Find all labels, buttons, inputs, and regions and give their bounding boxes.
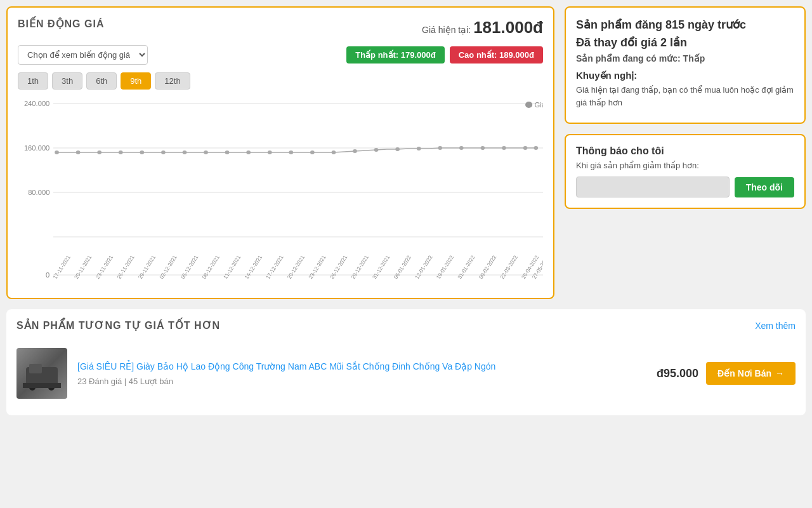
badge-high: Cao nhất: 189.000đ (450, 46, 543, 64)
svg-point-22 (289, 150, 293, 154)
bottom-header: SẢN PHẨM TƯƠNG TỰ GIÁ TỐT HƠN Xem thêm (16, 319, 796, 331)
svg-point-11 (55, 150, 59, 154)
period-btn-3th[interactable]: 3th (52, 72, 82, 90)
svg-point-17 (183, 150, 187, 154)
svg-point-20 (246, 150, 251, 154)
period-btn-9th[interactable]: 9th (121, 72, 151, 90)
svg-point-33 (523, 146, 528, 150)
price-level: Sản phẩm đang có mức: Thấp (576, 53, 794, 64)
svg-point-25 (353, 149, 357, 153)
right-panels: Sản phẩm đăng 815 ngày trước Đã thay đổi… (565, 6, 806, 299)
similar-products-title: SẢN PHẨM TƯƠNG TỰ GIÁ TỐT HƠN (16, 319, 220, 331)
recommend-title: Khuyến nghị: (576, 70, 794, 81)
notify-price-input[interactable] (576, 177, 730, 197)
product-age: Sản phẩm đăng 815 ngày trước (576, 18, 794, 32)
period-buttons: 1th 3th 6th 9th 12th (18, 72, 543, 90)
info-panel: Sản phẩm đăng 815 ngày trước Đã thay đổi… (565, 6, 806, 124)
svg-point-18 (204, 150, 208, 154)
svg-text:29-11-2021: 29-11-2021 (136, 254, 157, 279)
svg-point-24 (332, 150, 336, 154)
notify-input-row: Theo dõi (576, 177, 794, 197)
recommend-text: Giá hiện tại đang thấp, bạn có thể mua l… (576, 84, 794, 109)
price-badges: Thấp nhất: 179.000đ Cao nhất: 189.000đ (346, 46, 543, 64)
product-name[interactable]: [Giá SIÊU RẺ] Giày Bảo Hộ Lao Động Công … (77, 361, 646, 373)
chart-title: BIẾN ĐỘNG GIÁ (18, 18, 104, 30)
svg-point-32 (502, 146, 506, 150)
svg-text:31-01-2022: 31-01-2022 (456, 254, 476, 279)
svg-text:0: 0 (46, 272, 49, 279)
svg-text:17-11-2021: 17-11-2021 (51, 254, 72, 279)
svg-text:08-12-2021: 08-12-2021 (200, 254, 221, 279)
svg-point-30 (459, 146, 464, 150)
svg-text:12-01-2022: 12-01-2022 (414, 254, 434, 279)
svg-text:Giá: Giá (535, 102, 543, 109)
buy-label: Đến Nơi Bán (717, 368, 771, 378)
svg-point-9 (525, 102, 532, 108)
notify-subtitle: Khi giá sản phẩm giảm thấp hơn: (576, 161, 794, 170)
svg-text:240.000: 240.000 (24, 100, 50, 107)
similar-products-section: SẢN PHẨM TƯƠNG TỰ GIÁ TỐT HƠN Xem thêm [… (6, 309, 806, 415)
svg-point-34 (534, 146, 538, 150)
current-price-section: Giá hiện tại: 181.000đ (422, 18, 543, 37)
svg-text:160.000: 160.000 (24, 145, 50, 152)
svg-point-19 (225, 150, 230, 154)
price-chart: 240.000 160.000 80.000 0 Giá (18, 97, 543, 288)
svg-point-16 (161, 150, 166, 154)
period-btn-12th[interactable]: 12th (155, 72, 190, 90)
product-info: [Giá SIÊU RẺ] Giày Bảo Hộ Lao Động Công … (77, 361, 646, 387)
svg-text:09-02-2022: 09-02-2022 (477, 254, 497, 279)
svg-rect-63 (23, 383, 61, 388)
svg-text:23-12-2021: 23-12-2021 (307, 254, 327, 279)
svg-text:06-01-2022: 06-01-2022 (392, 254, 412, 279)
product-image (16, 348, 67, 399)
svg-text:02-12-2021: 02-12-2021 (158, 254, 178, 279)
svg-point-23 (310, 150, 315, 154)
svg-point-28 (417, 147, 421, 150)
svg-text:22-03-2022: 22-03-2022 (499, 254, 519, 279)
svg-text:29-12-2021: 29-12-2021 (350, 254, 370, 279)
chart-panel: BIẾN ĐỘNG GIÁ Giá hiện tại: 181.000đ Chọ… (6, 6, 554, 299)
product-price: đ95.000 (657, 367, 698, 380)
svg-point-27 (395, 147, 400, 151)
chart-controls: Chọn để xem biến động giá Thấp nhất: 179… (18, 45, 543, 65)
notify-panel: Thông báo cho tôi Khi giá sản phẩm giảm … (565, 134, 806, 209)
svg-point-21 (268, 150, 272, 154)
svg-text:26-11-2021: 26-11-2021 (115, 254, 136, 279)
svg-text:31-12-2021: 31-12-2021 (371, 254, 391, 279)
svg-point-26 (374, 148, 379, 152)
svg-point-13 (97, 150, 102, 154)
svg-point-29 (438, 146, 442, 150)
svg-text:26-12-2021: 26-12-2021 (328, 254, 348, 279)
svg-point-31 (481, 146, 485, 150)
current-price-value: 181.000đ (473, 18, 543, 37)
svg-point-12 (76, 150, 81, 154)
buy-button[interactable]: Đến Nơi Bán → (706, 362, 796, 385)
svg-text:05-12-2021: 05-12-2021 (180, 254, 200, 279)
price-change-count: Đã thay đổi giá 2 lần (576, 36, 794, 50)
product-price-col: đ95.000 Đến Nơi Bán → (657, 362, 796, 385)
svg-point-14 (119, 150, 123, 154)
product-item: [Giá SIÊU RẺ] Giày Bảo Hộ Lao Động Công … (16, 342, 796, 405)
svg-text:11-12-2021: 11-12-2021 (222, 254, 242, 279)
notify-button[interactable]: Theo dõi (735, 177, 794, 197)
svg-text:20-12-2021: 20-12-2021 (285, 254, 306, 279)
svg-text:17-12-2021: 17-12-2021 (265, 254, 285, 279)
svg-text:23-11-2021: 23-11-2021 (94, 254, 114, 279)
current-price-label: Giá hiện tại: (422, 25, 471, 35)
svg-text:19-01-2022: 19-01-2022 (435, 254, 455, 279)
period-btn-6th[interactable]: 6th (86, 72, 117, 90)
svg-text:20-11-2021: 20-11-2021 (73, 254, 93, 279)
svg-text:14-12-2021: 14-12-2021 (243, 254, 263, 279)
notify-title: Thông báo cho tôi (576, 145, 794, 157)
see-more-link[interactable]: Xem thêm (755, 321, 796, 331)
svg-point-15 (140, 150, 144, 154)
badge-low: Thấp nhất: 179.000đ (346, 46, 445, 64)
period-btn-1th[interactable]: 1th (18, 72, 48, 90)
product-image-placeholder (16, 348, 67, 399)
svg-text:80.000: 80.000 (28, 189, 49, 196)
buy-arrow: → (775, 368, 784, 378)
svg-rect-60 (29, 364, 42, 373)
period-dropdown[interactable]: Chọn để xem biến động giá (18, 45, 148, 65)
product-meta: 23 Đánh giá | 45 Lượt bán (77, 377, 646, 386)
